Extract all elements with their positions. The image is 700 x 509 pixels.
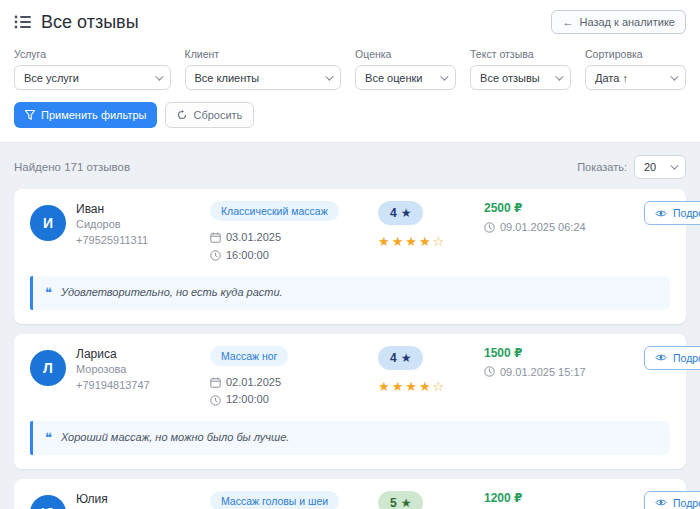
calendar-icon [210,232,221,243]
rating-badge: 5 ★ [378,491,423,509]
reset-icon [177,110,187,120]
filter-client-select[interactable]: Все клиенты [185,65,342,90]
filter-client-label: Клиент [185,48,342,60]
details-button[interactable]: Подробнее [644,201,700,225]
avatar: Ю [30,495,66,509]
service-badge: Массаж ног [210,346,288,366]
results-bar: Найдено 171 отзывов Показать: 20 [0,143,700,189]
client-info: Л Лариса Морозова +79194813747 [30,346,202,394]
star-icon: ★ [401,496,412,509]
clock-icon [484,222,495,233]
review-datetime: 09.01.2025 06:24 [500,221,586,233]
apply-filters-button[interactable]: Применить фильтры [14,102,157,128]
rating-info: 4 ★ ★★★★☆ [378,346,476,394]
back-button-label: Назад к аналитике [579,16,675,28]
filter-rating-value: Все оценки [365,72,422,84]
filter-review-text: Текст отзыва Все отзывы [470,48,571,90]
service-info: Классический массаж 03.01.2025 16:00:00 [210,201,370,264]
visit-time-row: 16:00:00 [210,247,370,265]
client-info: И Иван Сидоров +79525911311 [30,201,202,249]
chevron-down-icon [670,72,678,80]
review-card-main: Л Лариса Морозова +79194813747 Массаж но… [30,346,670,409]
details-button[interactable]: Подробнее [644,491,700,509]
chevron-down-icon [555,72,563,80]
star-icon: ★ [401,351,412,365]
found-count-text: Найдено 171 отзывов [14,161,130,173]
avatar: Л [30,350,66,386]
client-last-name: Морозова [76,362,150,378]
eye-icon [655,209,667,218]
client-phone: +79525911311 [76,233,148,249]
rating-info: 4 ★ ★★★★☆ [378,201,476,249]
reset-filters-label: Сбросить [193,109,242,121]
service-info: Массаж ног 02.01.2025 12:00:00 [210,346,370,409]
reset-filters-button[interactable]: Сбросить [165,102,254,128]
visit-date: 02.01.2025 [226,374,281,392]
review-text: Удовлетворительно, но есть куда расти. [61,285,283,300]
quote-icon: ❝ [45,430,52,446]
client-first-name: Юлия [76,491,150,507]
price-info: 1500 ₽ 09.01.2025 15:17 [484,346,636,378]
review-datetime: 09.01.2025 15:17 [500,366,586,378]
chevron-down-icon [670,161,678,169]
eye-icon [655,498,667,507]
client-first-name: Лариса [76,346,150,362]
chevron-down-icon [440,72,448,80]
review-card: Ю Юлия Васильева +79736674815 Массаж гол… [14,479,686,509]
price: 2500 ₽ [484,201,636,215]
filter-rating-select[interactable]: Все оценки [355,65,456,90]
rating-value: 5 [390,496,397,509]
review-card-main: И Иван Сидоров +79525911311 Классический… [30,201,670,264]
apply-filters-label: Применить фильтры [41,109,146,121]
service-badge: Классический массаж [210,201,339,221]
filter-rating: Оценка Все оценки [355,48,456,90]
review-datetime-row: 09.01.2025 06:24 [484,221,636,233]
rating-value: 4 [390,351,397,365]
page-size-select[interactable]: 20 [634,155,686,179]
filter-review-text-select[interactable]: Все отзывы [470,65,571,90]
details-button-label: Подробнее [673,497,700,509]
clock-icon [210,250,221,261]
filter-review-text-label: Текст отзыва [470,48,571,60]
stars-row: ★★★★☆ [378,379,476,394]
visit-date-row: 02.01.2025 [210,374,370,392]
filter-service: Услуга Все услуги [14,48,171,90]
filter-service-label: Услуга [14,48,171,60]
clock-icon [484,366,495,377]
client-last-name: Сидоров [76,217,148,233]
chevron-down-icon [155,72,163,80]
clock-icon [210,395,221,406]
details-button[interactable]: Подробнее [644,346,700,370]
filter-service-select[interactable]: Все услуги [14,65,171,90]
filter-sort-label: Сортировка [585,48,686,60]
star-icon: ★ [401,206,412,220]
filter-service-value: Все услуги [24,72,79,84]
client-info: Ю Юлия Васильева +79736674815 [30,491,202,509]
review-card-main: Ю Юлия Васильева +79736674815 Массаж гол… [30,491,670,509]
review-quote: ❝ Хороший массаж, но можно было бы лучше… [30,421,670,455]
header: Все отзывы ← Назад к аналитике [14,10,686,34]
list-icon [14,14,32,30]
eye-icon [655,353,667,362]
details-button-label: Подробнее [673,352,700,364]
filter-sort-select[interactable]: Дата ↑ [585,65,686,90]
filter-client: Клиент Все клиенты [185,48,342,90]
calendar-icon [210,377,221,388]
back-arrow-icon: ← [562,16,573,28]
rating-badge: 4 ★ [378,201,423,225]
funnel-icon [25,110,35,120]
visit-date-row: 03.01.2025 [210,229,370,247]
visit-date: 03.01.2025 [226,229,281,247]
filter-review-text-value: Все отзывы [480,72,540,84]
chevron-down-icon [325,72,333,80]
client-phone: +79194813747 [76,378,150,394]
filter-sort: Сортировка Дата ↑ [585,48,686,90]
page-title: Все отзывы [41,12,139,33]
title-wrap: Все отзывы [14,12,139,33]
review-card: Л Лариса Морозова +79194813747 Массаж но… [14,334,686,469]
avatar: И [30,205,66,241]
price-info: 1200 ₽ 11.01.2025 13:02 [484,491,636,509]
back-to-analytics-button[interactable]: ← Назад к аналитике [551,10,686,34]
rating-badge: 4 ★ [378,346,423,370]
visit-time-row: 12:00:00 [210,391,370,409]
